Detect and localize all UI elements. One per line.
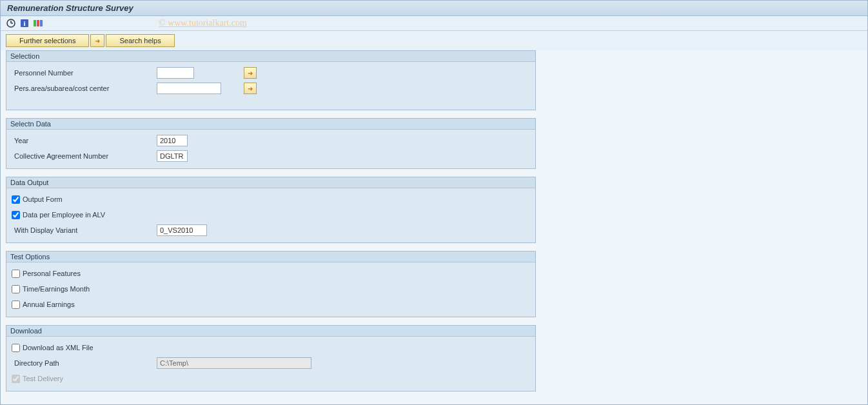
time-earnings-checkbox[interactable] [12, 285, 20, 293]
directory-path-label: Directory Path [12, 359, 157, 367]
group-title-data-output: Data Output [6, 177, 535, 188]
output-form-checkbox[interactable] [12, 195, 20, 204]
group-title-test-options: Test Options [6, 252, 535, 262]
svg-rect-5 [34, 20, 36, 26]
group-selection: Selection Personnel Number ➜ Pers.area/s… [6, 50, 536, 110]
arrow-right-icon: ➜ [248, 70, 253, 77]
display-variant-label: With Display Variant [12, 226, 157, 234]
watermark: © www.tutorialkart.com [159, 18, 247, 28]
directory-path-input[interactable] [157, 357, 311, 369]
further-selections-button[interactable]: Further selections [6, 34, 89, 47]
test-delivery-label: Test Delivery [23, 375, 63, 382]
year-label: Year [12, 137, 157, 144]
output-form-label: Output Form [23, 195, 63, 203]
info-icon[interactable]: i [19, 18, 30, 28]
data-per-employee-checkbox[interactable] [12, 211, 20, 219]
button-bar: Further selections ➜ Search helps [1, 31, 867, 50]
display-variant-input[interactable] [157, 224, 207, 236]
pers-area-label: Pers.area/subarea/cost center [12, 84, 157, 92]
personnel-number-multi-button[interactable]: ➜ [244, 67, 257, 79]
svg-rect-7 [40, 20, 43, 26]
personal-features-label: Personal Features [23, 270, 81, 277]
svg-rect-6 [37, 20, 39, 26]
page-title: Remuneration Structure Survey [1, 1, 867, 16]
personnel-number-label: Personnel Number [12, 69, 157, 77]
download-xml-checkbox[interactable] [12, 344, 20, 352]
pers-area-input[interactable] [157, 83, 221, 94]
svg-text:i: i [23, 19, 25, 27]
search-helps-button[interactable]: Search helps [106, 34, 174, 47]
arrow-right-icon: ➜ [95, 37, 100, 44]
annual-earnings-label: Annual Earnings [23, 301, 75, 308]
annual-earnings-checkbox[interactable] [12, 301, 20, 309]
execute-icon[interactable] [6, 18, 16, 28]
test-delivery-checkbox [12, 375, 20, 383]
toolbar: i © www.tutorialkart.com [1, 16, 867, 31]
group-selectn-data: Selectn Data Year Collective Agreement N… [6, 118, 536, 169]
personal-features-checkbox[interactable] [12, 270, 20, 278]
personnel-number-input[interactable] [157, 67, 194, 79]
group-test-options: Test Options Personal Features Time/Earn… [6, 251, 536, 317]
group-data-output: Data Output Output Form Data per Employe… [6, 177, 536, 243]
group-title-selection: Selection [6, 51, 535, 62]
pers-area-multi-button[interactable]: ➜ [244, 83, 257, 94]
time-earnings-label: Time/Earnings Month [23, 285, 90, 293]
collective-agreement-input[interactable] [157, 150, 188, 162]
data-per-employee-label: Data per Employee in ALV [23, 211, 105, 219]
collective-agreement-label: Collective Agreement Number [12, 152, 157, 160]
arrow-right-icon: ➜ [248, 85, 253, 92]
group-download: Download Download as XML File Directory … [6, 325, 536, 391]
year-input[interactable] [157, 135, 188, 146]
variant-icon[interactable] [33, 18, 43, 28]
group-title-selectn-data: Selectn Data [6, 119, 535, 130]
download-xml-label: Download as XML File [23, 344, 94, 351]
group-title-download: Download [6, 326, 535, 337]
further-selections-arrow-button[interactable]: ➜ [90, 34, 104, 47]
